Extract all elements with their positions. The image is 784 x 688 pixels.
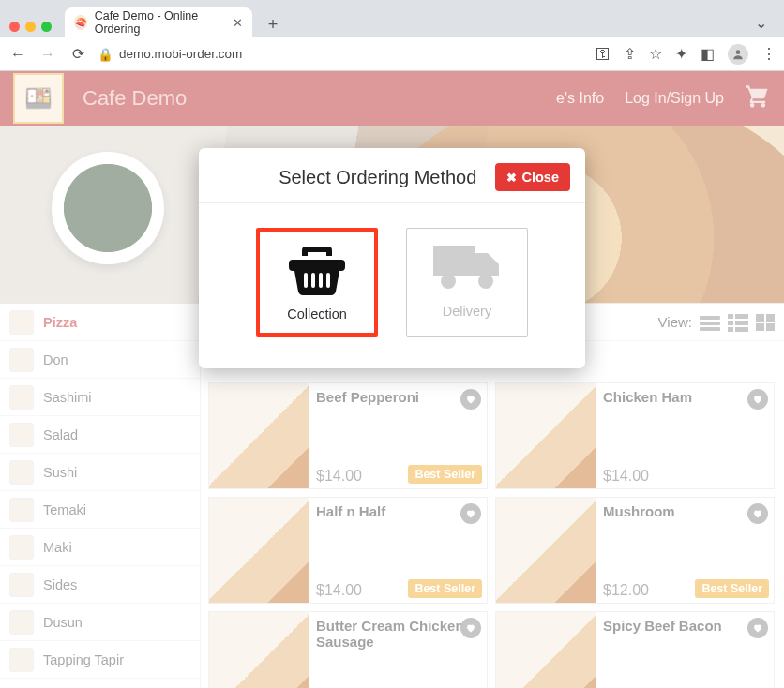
svg-point-9 xyxy=(478,274,493,289)
minimize-window-icon[interactable] xyxy=(25,22,36,32)
modal-title: Select Ordering Method xyxy=(214,167,495,188)
basket-icon xyxy=(287,241,347,299)
svg-point-8 xyxy=(441,274,456,289)
svg-rect-5 xyxy=(319,273,323,288)
panel-icon[interactable]: ◧ xyxy=(701,45,715,63)
ordering-option-label: Delivery xyxy=(443,304,491,319)
svg-rect-4 xyxy=(311,273,315,288)
truck-icon xyxy=(430,238,505,296)
tab-favicon-icon: 🍣 xyxy=(74,15,87,30)
lock-icon: 🔒 xyxy=(98,47,113,62)
svg-rect-3 xyxy=(304,273,308,288)
close-window-icon[interactable] xyxy=(9,22,20,32)
ordering-method-modal: Select Ordering Method ✖ Close Collectio… xyxy=(199,148,585,368)
close-tab-icon[interactable]: ✕ xyxy=(233,16,243,30)
maximize-window-icon[interactable] xyxy=(41,22,52,32)
share-icon[interactable]: ⇪ xyxy=(624,45,636,63)
svg-rect-6 xyxy=(326,273,330,288)
tab-title: Cafe Demo - Online Ordering xyxy=(95,9,225,36)
ordering-option-delivery: Delivery xyxy=(406,228,528,337)
profile-icon[interactable] xyxy=(728,44,748,65)
browser-chrome: 🍣 Cafe Demo - Online Ordering ✕ + ⌄ ← → … xyxy=(0,0,784,71)
svg-point-0 xyxy=(736,50,741,54)
svg-rect-7 xyxy=(433,246,475,276)
ordering-option-collection[interactable]: Collection xyxy=(256,228,378,337)
close-icon: ✖ xyxy=(506,171,517,185)
new-tab-button[interactable]: + xyxy=(260,11,286,37)
close-label: Close xyxy=(522,170,560,185)
close-button[interactable]: ✖ Close xyxy=(495,163,571,191)
back-button[interactable]: ← xyxy=(8,44,28,65)
extensions-icon[interactable]: ✦ xyxy=(675,45,687,63)
browser-tab[interactable]: 🍣 Cafe Demo - Online Ordering ✕ xyxy=(65,7,252,37)
reload-button[interactable]: ⟳ xyxy=(68,44,88,65)
ordering-option-label: Collection xyxy=(287,307,347,322)
key-icon[interactable]: ⚿ xyxy=(596,46,611,63)
bookmark-icon[interactable]: ☆ xyxy=(649,45,662,63)
window-controls[interactable] xyxy=(8,22,57,37)
address-bar[interactable]: 🔒 demo.mobi-order.com xyxy=(98,47,242,62)
tab-overflow-icon[interactable]: ⌄ xyxy=(755,14,776,37)
url-text: demo.mobi-order.com xyxy=(119,47,242,61)
menu-icon[interactable]: ⋮ xyxy=(761,45,776,63)
forward-button[interactable]: → xyxy=(38,44,58,65)
